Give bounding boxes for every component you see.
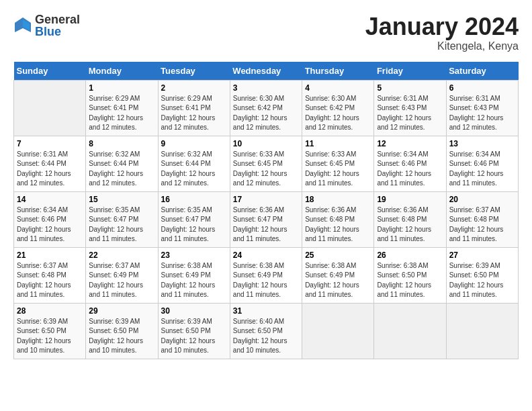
table-row: 27Sunrise: 6:39 AMSunset: 6:50 PMDayligh… [446, 247, 518, 303]
day-number: 11 [305, 139, 371, 148]
logo: General Blue [13, 13, 80, 38]
table-row: 22Sunrise: 6:37 AMSunset: 6:49 PMDayligh… [86, 247, 158, 303]
header-friday: Friday [374, 62, 446, 81]
location: Kitengela, Kenya [365, 40, 519, 52]
header-saturday: Saturday [446, 62, 518, 81]
table-row: 21Sunrise: 6:37 AMSunset: 6:48 PMDayligh… [14, 247, 86, 303]
table-row: 28Sunrise: 6:39 AMSunset: 6:50 PMDayligh… [14, 303, 86, 359]
day-info: Sunrise: 6:39 AMSunset: 6:50 PMDaylight:… [449, 261, 515, 300]
day-info: Sunrise: 6:34 AMSunset: 6:46 PMDaylight:… [17, 205, 83, 244]
day-info: Sunrise: 6:32 AMSunset: 6:44 PMDaylight:… [161, 150, 227, 189]
day-number: 8 [89, 139, 154, 148]
table-row [302, 303, 374, 359]
table-row: 8Sunrise: 6:32 AMSunset: 6:44 PMDaylight… [86, 136, 158, 191]
day-number: 25 [305, 250, 371, 260]
table-row: 14Sunrise: 6:34 AMSunset: 6:46 PMDayligh… [14, 191, 86, 247]
day-number: 23 [161, 250, 227, 260]
table-row: 7Sunrise: 6:31 AMSunset: 6:44 PMDaylight… [14, 136, 86, 191]
week-row-3: 21Sunrise: 6:37 AMSunset: 6:48 PMDayligh… [14, 247, 519, 303]
day-info: Sunrise: 6:37 AMSunset: 6:48 PMDaylight:… [449, 205, 515, 244]
day-number: 27 [449, 250, 515, 260]
day-number: 24 [233, 250, 299, 260]
day-info: Sunrise: 6:29 AMSunset: 6:41 PMDaylight:… [161, 94, 227, 133]
table-row: 25Sunrise: 6:38 AMSunset: 6:49 PMDayligh… [302, 247, 374, 303]
day-number: 12 [377, 139, 443, 148]
table-row [446, 303, 518, 359]
table-row: 12Sunrise: 6:34 AMSunset: 6:46 PMDayligh… [374, 136, 446, 191]
day-number: 4 [305, 83, 371, 93]
week-row-4: 28Sunrise: 6:39 AMSunset: 6:50 PMDayligh… [14, 303, 519, 359]
day-info: Sunrise: 6:37 AMSunset: 6:48 PMDaylight:… [17, 261, 83, 300]
day-info: Sunrise: 6:35 AMSunset: 6:47 PMDaylight:… [89, 205, 154, 244]
day-info: Sunrise: 6:34 AMSunset: 6:46 PMDaylight:… [449, 150, 515, 189]
day-number: 21 [17, 250, 83, 260]
table-row: 15Sunrise: 6:35 AMSunset: 6:47 PMDayligh… [86, 191, 158, 247]
day-info: Sunrise: 6:34 AMSunset: 6:46 PMDaylight:… [377, 150, 443, 189]
day-number: 20 [449, 195, 515, 204]
table-row: 17Sunrise: 6:36 AMSunset: 6:47 PMDayligh… [230, 191, 302, 247]
table-row: 6Sunrise: 6:31 AMSunset: 6:43 PMDaylight… [446, 80, 518, 136]
day-info: Sunrise: 6:36 AMSunset: 6:47 PMDaylight:… [233, 205, 299, 244]
day-number: 15 [89, 195, 154, 204]
logo-general-label: General [35, 13, 80, 26]
table-row: 2Sunrise: 6:29 AMSunset: 6:41 PMDaylight… [158, 80, 230, 136]
table-row: 11Sunrise: 6:33 AMSunset: 6:45 PMDayligh… [302, 136, 374, 191]
table-row: 16Sunrise: 6:35 AMSunset: 6:47 PMDayligh… [158, 191, 230, 247]
day-number: 26 [377, 250, 443, 260]
day-number: 9 [161, 139, 227, 148]
day-info: Sunrise: 6:32 AMSunset: 6:44 PMDaylight:… [89, 150, 154, 189]
header-sunday: Sunday [14, 62, 86, 81]
day-info: Sunrise: 6:29 AMSunset: 6:41 PMDaylight:… [89, 94, 154, 133]
week-row-1: 7Sunrise: 6:31 AMSunset: 6:44 PMDaylight… [14, 136, 519, 191]
table-row: 19Sunrise: 6:36 AMSunset: 6:48 PMDayligh… [374, 191, 446, 247]
day-number: 2 [161, 83, 227, 93]
day-number: 18 [305, 195, 371, 204]
day-info: Sunrise: 6:39 AMSunset: 6:50 PMDaylight:… [161, 317, 227, 356]
header-row: Sunday Monday Tuesday Wednesday Thursday… [14, 62, 519, 81]
day-number: 16 [161, 195, 227, 204]
day-number: 1 [89, 83, 154, 93]
day-info: Sunrise: 6:33 AMSunset: 6:45 PMDaylight:… [305, 150, 371, 189]
day-info: Sunrise: 6:39 AMSunset: 6:50 PMDaylight:… [17, 317, 83, 356]
day-number: 6 [449, 83, 515, 93]
table-row: 30Sunrise: 6:39 AMSunset: 6:50 PMDayligh… [158, 303, 230, 359]
header-monday: Monday [86, 62, 158, 81]
day-info: Sunrise: 6:33 AMSunset: 6:45 PMDaylight:… [233, 150, 299, 189]
title-block: January 2024 Kitengela, Kenya [365, 13, 519, 52]
day-info: Sunrise: 6:38 AMSunset: 6:49 PMDaylight:… [233, 261, 299, 300]
day-number: 5 [377, 83, 443, 93]
calendar-table: Sunday Monday Tuesday Wednesday Thursday… [13, 62, 519, 359]
table-row: 26Sunrise: 6:38 AMSunset: 6:50 PMDayligh… [374, 247, 446, 303]
day-info: Sunrise: 6:30 AMSunset: 6:42 PMDaylight:… [233, 94, 299, 133]
day-info: Sunrise: 6:35 AMSunset: 6:47 PMDaylight:… [161, 205, 227, 244]
table-row: 18Sunrise: 6:36 AMSunset: 6:48 PMDayligh… [302, 191, 374, 247]
day-number: 28 [17, 306, 83, 316]
day-number: 29 [89, 306, 154, 316]
table-row: 5Sunrise: 6:31 AMSunset: 6:43 PMDaylight… [374, 80, 446, 136]
day-info: Sunrise: 6:38 AMSunset: 6:50 PMDaylight:… [377, 261, 443, 300]
month-title: January 2024 [365, 13, 519, 40]
day-info: Sunrise: 6:31 AMSunset: 6:43 PMDaylight:… [377, 94, 443, 133]
day-number: 30 [161, 306, 227, 316]
table-row: 10Sunrise: 6:33 AMSunset: 6:45 PMDayligh… [230, 136, 302, 191]
table-row: 1Sunrise: 6:29 AMSunset: 6:41 PMDaylight… [86, 80, 158, 136]
day-info: Sunrise: 6:36 AMSunset: 6:48 PMDaylight:… [305, 205, 371, 244]
table-row: 13Sunrise: 6:34 AMSunset: 6:46 PMDayligh… [446, 136, 518, 191]
page: General Blue January 2024 Kitengela, Ken… [0, 0, 532, 366]
calendar-body: 1Sunrise: 6:29 AMSunset: 6:41 PMDaylight… [14, 80, 519, 359]
day-number: 3 [233, 83, 299, 93]
table-row: 24Sunrise: 6:38 AMSunset: 6:49 PMDayligh… [230, 247, 302, 303]
week-row-0: 1Sunrise: 6:29 AMSunset: 6:41 PMDaylight… [14, 80, 519, 136]
day-number: 31 [233, 306, 299, 316]
day-number: 13 [449, 139, 515, 148]
table-row: 4Sunrise: 6:30 AMSunset: 6:42 PMDaylight… [302, 80, 374, 136]
day-number: 7 [17, 139, 83, 148]
day-number: 10 [233, 139, 299, 148]
day-number: 19 [377, 195, 443, 204]
day-info: Sunrise: 6:36 AMSunset: 6:48 PMDaylight:… [377, 205, 443, 244]
table-row: 9Sunrise: 6:32 AMSunset: 6:44 PMDaylight… [158, 136, 230, 191]
table-row: 3Sunrise: 6:30 AMSunset: 6:42 PMDaylight… [230, 80, 302, 136]
logo-blue-label: Blue [35, 26, 80, 38]
day-info: Sunrise: 6:38 AMSunset: 6:49 PMDaylight:… [305, 261, 371, 300]
logo-icon [13, 16, 32, 35]
